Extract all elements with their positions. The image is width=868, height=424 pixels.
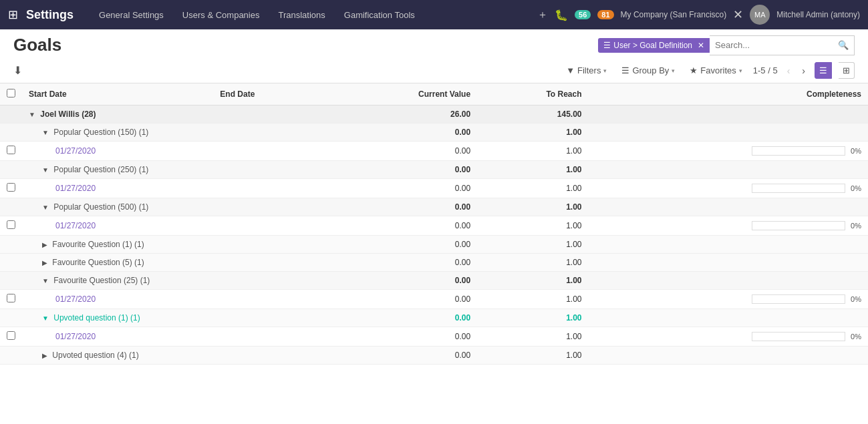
subgroup-completeness [589,124,868,142]
toolbar: ⬇ ▼ Filters ▾ ☰ Group By ▾ ★ Favorites ▾… [0,58,868,83]
company-selector[interactable]: My Company (San Francisco) [621,10,727,19]
chevron-down-icon[interactable]: ▼ [42,277,49,284]
table-row: ▼ Favourite Question (25) (1) 0.00 1.00 [0,272,868,290]
select-all-checkbox[interactable] [7,89,15,97]
collapsed-subgroup-name: Favourite Question (5) (1) [52,258,144,267]
data-row-checkbox-cell [0,142,22,161]
row-checkbox[interactable] [7,331,15,340]
progress-bar [752,184,845,193]
nav-menu: General Settings Users & Companies Trans… [90,0,537,29]
nav-translations[interactable]: Translations [269,0,334,29]
pagination-info: 1-5 / 5 [753,65,778,75]
data-row-checkbox-cell [0,327,22,347]
toolbar-left: ⬇ [13,64,22,77]
download-button[interactable]: ⬇ [13,64,22,77]
table-header-row: Start Date End Date Current Value To Rea… [0,83,868,105]
chevron-down-icon[interactable]: ▼ [42,129,49,136]
kanban-view-button[interactable]: ⊞ [839,62,855,79]
collapsed-current-value: 0.00 [328,347,477,365]
subgroup-current-value: 0.00 [328,124,477,142]
subgroup-current-value: 0.00 [328,272,477,290]
chevron-right-icon[interactable]: ▶ [42,259,47,266]
subgroup-current-value: 0.00 [328,161,477,179]
group-completeness [589,105,868,124]
favorites-label: Favorites [700,65,736,75]
teal-completeness [589,309,868,327]
table-row: 01/27/2020 0.00 1.00 0% [0,290,868,309]
start-date[interactable]: 01/27/2020 [22,216,213,236]
chevron-down-icon[interactable]: ▼ [42,166,49,174]
start-date[interactable]: 01/27/2020 [22,179,213,198]
subgroup-to-reach: 1.00 [477,124,588,142]
table-row: ▼ Joel Willis (28) 26.00 145.00 [0,105,868,124]
search-input[interactable] [710,40,833,50]
search-area: ☰ User > Goal Definition ✕ 🔍 [598,35,855,55]
grid-icon[interactable]: ⊞ [8,7,18,22]
nav-general-settings[interactable]: General Settings [90,0,173,29]
list-view-button[interactable]: ☰ [815,62,832,79]
groupby-button[interactable]: ☰ Group By ▾ [617,64,679,77]
completeness-cell: 0% [589,327,868,347]
filters-label: Filters [577,65,601,75]
end-date [213,179,328,198]
group-l2-label: ▼ Popular Question (500) (1) [22,198,328,216]
filters-button[interactable]: ▼ Filters ▾ [562,64,611,77]
to-reach: 1.00 [477,216,588,236]
start-date[interactable]: 01/27/2020 [22,327,213,347]
row-checkbox[interactable] [7,146,15,154]
favorites-button[interactable]: ★ Favorites ▾ [686,64,746,77]
end-date [213,142,328,161]
subgroup-name: Popular Question (500) (1) [53,202,148,212]
table-body: ▼ Joel Willis (28) 26.00 145.00 ▼ Popula… [0,105,868,365]
collapsed-to-reach: 1.00 [477,347,588,365]
subgroup-name: Popular Question (250) (1) [53,165,148,174]
progress-bar [752,332,845,341]
prev-page-button[interactable]: ‹ [784,64,793,77]
chevron-down-icon[interactable]: ▼ [29,111,35,118]
table-row: ▶ Upvoted question (4) (1) 0.00 1.00 [0,347,868,365]
to-reach: 1.00 [477,327,588,347]
subgroup-completeness [589,198,868,216]
page-title: Goals [13,35,61,55]
close-icon[interactable]: ✕ [733,7,743,22]
groupby-caret: ▾ [672,67,675,74]
chevron-down-icon[interactable]: ▼ [42,314,49,322]
message-badge[interactable]: 81 [597,10,613,19]
clock-badge[interactable]: 56 [575,10,591,19]
nav-right: ＋ 🐛 56 81 My Company (San Francisco) ✕ M… [537,5,860,25]
current-value: 0.00 [328,290,477,309]
group-current-value: 26.00 [328,105,477,124]
plus-icon[interactable]: ＋ [537,8,548,22]
collapsed-l2-label: ▶ Upvoted question (4) (1) [22,347,328,365]
collapsed-subgroup-name: Favourite Question (1) (1) [52,240,144,249]
teal-l2-label: ▼ Upvoted question (1) (1) [22,309,328,327]
progress-bar [752,221,845,230]
collapsed-completeness [589,347,868,365]
header-end-date: End Date [213,83,328,105]
avatar[interactable]: MA [750,5,770,25]
collapsed-current-value: 0.00 [328,254,477,272]
user-menu[interactable]: Mitchell Admin (antony) [776,10,860,19]
start-date[interactable]: 01/27/2020 [22,290,213,309]
chevron-right-icon[interactable]: ▶ [42,352,47,359]
group-l2-checkbox-cell [0,272,22,290]
start-date[interactable]: 01/27/2020 [22,142,213,161]
bug-icon[interactable]: 🐛 [555,9,568,21]
nav-users-companies[interactable]: Users & Companies [173,0,269,29]
nav-gamification-tools[interactable]: Gamification Tools [335,0,424,29]
next-page-button[interactable]: › [799,64,808,77]
header-to-reach: To Reach [477,83,588,105]
subgroup-current-value: 0.00 [328,198,477,216]
pct-label: 0% [851,147,861,155]
chevron-down-icon[interactable]: ▼ [42,204,49,211]
search-icon[interactable]: 🔍 [833,40,854,50]
collapsed-l2-checkbox-cell [0,236,22,254]
page-header: Goals ☰ User > Goal Definition ✕ 🔍 [0,29,868,58]
row-checkbox[interactable] [7,220,15,229]
row-checkbox[interactable] [7,183,15,192]
subgroup-to-reach: 1.00 [477,272,588,290]
chevron-right-icon[interactable]: ▶ [42,241,47,248]
teal-subgroup-name: Upvoted question (1) (1) [53,313,140,323]
filter-tag-close[interactable]: ✕ [698,41,704,50]
row-checkbox[interactable] [7,294,15,302]
